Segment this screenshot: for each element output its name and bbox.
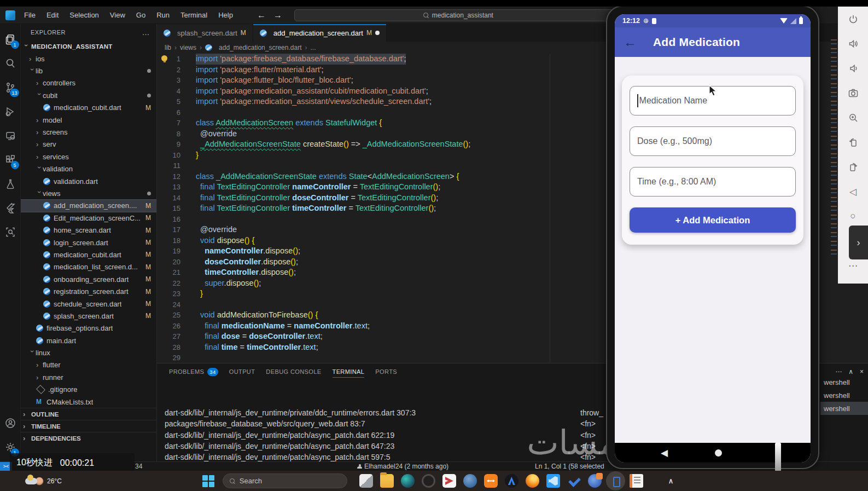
tree-item-validation[interactable]: ›validation bbox=[21, 163, 156, 175]
lightbulb-icon[interactable] bbox=[161, 55, 167, 61]
close-panel-icon[interactable]: × bbox=[860, 368, 864, 376]
tree-item-medication-cubit-dart[interactable]: medication_cubit.dartM bbox=[21, 249, 156, 261]
taskbar-app-xampp[interactable] bbox=[484, 474, 498, 488]
activity-testing[interactable] bbox=[0, 172, 21, 196]
menu-go[interactable]: Go bbox=[132, 9, 150, 21]
emulator-power-icon[interactable] bbox=[847, 13, 859, 25]
tree-item-flutter[interactable]: ›flutter bbox=[21, 359, 156, 371]
taskbar-app-file-explorer[interactable] bbox=[380, 474, 394, 488]
git-blame-item[interactable]: Elhamadel24 (2 months ago) bbox=[357, 463, 448, 470]
tree-item-cmakelists-txt[interactable]: MCMakeLists.txt bbox=[21, 396, 156, 408]
add-medication-button[interactable]: + Add Medication bbox=[630, 207, 796, 233]
start-button[interactable] bbox=[202, 475, 215, 488]
taskbar-overflow-chevron[interactable]: ∧ bbox=[668, 477, 674, 485]
activity-flutter[interactable] bbox=[0, 196, 21, 220]
taskbar-app-task-view[interactable] bbox=[359, 474, 373, 488]
taskbar-app-app-blue-a[interactable] bbox=[505, 474, 519, 488]
taskbar-app-browser-ring[interactable] bbox=[422, 474, 435, 488]
android-home-button[interactable] bbox=[715, 449, 722, 457]
input-time-field[interactable]: Time (e.g., 8:00 AM) bbox=[630, 167, 796, 197]
command-search-box[interactable]: medication_assistant bbox=[294, 9, 622, 21]
activity-source-control[interactable]: 13 bbox=[0, 76, 21, 100]
maximize-panel-icon[interactable]: ∧ bbox=[848, 368, 853, 376]
activity-explorer[interactable]: 1 bbox=[0, 27, 21, 51]
emulator-rotate-right-icon[interactable] bbox=[847, 161, 859, 173]
more-actions-icon[interactable]: ⋯ bbox=[835, 368, 842, 376]
taskbar-app-postgresql[interactable] bbox=[463, 474, 477, 488]
menu-selection[interactable]: Selection bbox=[65, 9, 103, 21]
breadcrumb-segment[interactable]: views bbox=[180, 44, 196, 51]
breadcrumb-segment[interactable]: lib bbox=[165, 44, 171, 51]
menu-edit[interactable]: Edit bbox=[42, 9, 63, 21]
emulator-back-icon[interactable]: ◁ bbox=[847, 186, 859, 198]
shell-item-powershell[interactable]: wershell bbox=[820, 389, 868, 402]
tree-item-registration-screen-dart[interactable]: registration_screen.dartM bbox=[21, 285, 156, 297]
tree-item-ios[interactable]: ›ios bbox=[21, 53, 156, 65]
emulator-scrollbar[interactable] bbox=[775, 443, 781, 471]
tree-item-medication-list-screen-d-[interactable]: medication_list_screen.d...M bbox=[21, 261, 156, 273]
taskbar-app-vscode[interactable] bbox=[546, 474, 560, 488]
editor-tab-splash_screen.dart[interactable]: splash_screen.dartM bbox=[157, 24, 253, 42]
tree-item-controllers[interactable]: ›controllers bbox=[21, 77, 156, 89]
panel-tab-debug-console[interactable]: DEBUG CONSOLE bbox=[261, 363, 325, 380]
tree-item-serv[interactable]: ›serv bbox=[21, 138, 156, 151]
shell-item-powershell[interactable]: wershell bbox=[820, 376, 868, 389]
taskbar-app-firefox[interactable] bbox=[526, 474, 539, 488]
emulator-volume-up-icon[interactable] bbox=[847, 38, 859, 50]
breadcrumb-segment[interactable]: add_medication_screen.dart bbox=[219, 44, 301, 51]
emulator-zoom-icon[interactable] bbox=[847, 112, 859, 124]
tree-item-cubit[interactable]: ›cubit bbox=[21, 89, 156, 101]
problems-count[interactable]: 34 bbox=[135, 463, 142, 470]
emulator-home-icon[interactable]: ○ bbox=[847, 210, 859, 222]
menu-file[interactable]: File bbox=[20, 9, 40, 21]
tree-item-model[interactable]: ›model bbox=[21, 114, 156, 126]
nav-forward-button[interactable]: → bbox=[273, 10, 282, 20]
tree-item--gitignore[interactable]: .gitignore bbox=[21, 384, 156, 396]
panel-tab-ports[interactable]: PORTS bbox=[371, 363, 401, 380]
panel-expander-chevron[interactable]: › bbox=[849, 226, 868, 259]
tree-item-lib[interactable]: ›lib bbox=[21, 65, 156, 77]
emulator-volume-down-icon[interactable] bbox=[847, 62, 859, 74]
tree-item-onboarding-screen-dart[interactable]: onboarding_screen.dartM bbox=[21, 273, 156, 285]
menu-help[interactable]: Help bbox=[214, 9, 237, 21]
breadcrumb-segment[interactable]: ... bbox=[310, 44, 316, 51]
menu-terminal[interactable]: Terminal bbox=[176, 9, 212, 21]
sidebar-section-outline[interactable]: ›OUTLINE bbox=[21, 408, 156, 420]
taskbar-app-media-app[interactable] bbox=[588, 474, 602, 488]
taskbar-app-android-emulator[interactable] bbox=[609, 474, 622, 488]
taskbar-weather-widget[interactable]: 26°C bbox=[25, 477, 62, 486]
menu-view[interactable]: View bbox=[106, 9, 130, 21]
android-back-button[interactable]: ◀ bbox=[661, 447, 668, 459]
taskbar-app-notepad[interactable] bbox=[630, 474, 643, 488]
tree-item-linux[interactable]: ›linux bbox=[21, 346, 156, 359]
activity-run-debug[interactable] bbox=[0, 100, 21, 124]
panel-tab-output[interactable]: OUTPUT bbox=[225, 363, 260, 380]
tree-item-home-screan-dart[interactable]: home_screan.dartM bbox=[21, 224, 156, 236]
editor-tab-add_medication_screen.dart[interactable]: add_medication_screen.dartM bbox=[253, 24, 387, 42]
tree-item-edit-medication-screenc-[interactable]: Edit_medication_screenC...M bbox=[21, 212, 156, 224]
tree-item-firebase-options-dart[interactable]: firebase_options.dart bbox=[21, 322, 156, 334]
tree-item-add-medication-screen-[interactable]: add_medication_screen....M bbox=[21, 200, 156, 212]
taskbar-app-check-app[interactable] bbox=[567, 474, 581, 488]
tree-item-validation-dart[interactable]: validation.dart bbox=[21, 175, 156, 187]
tree-item-splash-screen-dart[interactable]: splash_screen.dartM bbox=[21, 310, 156, 322]
input-dose-field[interactable]: Dose (e.g., 500mg) bbox=[630, 126, 796, 156]
tree-root-medication-assistant[interactable]: › MEDICATION_ASSISTANT bbox=[21, 41, 156, 53]
taskbar-app-visual-studio[interactable] bbox=[442, 474, 456, 488]
activity-search[interactable] bbox=[0, 51, 21, 76]
panel-tab-terminal[interactable]: TERMINAL bbox=[328, 363, 369, 380]
tree-item-medication-cubit-dart[interactable]: medication_cubit.dartM bbox=[21, 102, 156, 114]
unsaved-dot-icon[interactable] bbox=[375, 31, 380, 35]
activity-accounts[interactable] bbox=[0, 411, 21, 435]
tree-item-screens[interactable]: ›screens bbox=[21, 126, 156, 138]
sidebar-section-timeline[interactable]: ›TIMELINE bbox=[21, 420, 156, 432]
shell-item-powershell[interactable]: wershell bbox=[820, 402, 868, 415]
taskbar-search[interactable]: Search bbox=[223, 473, 347, 488]
tree-item-schedule-screen-dart[interactable]: schedule_screen.dartM bbox=[21, 298, 156, 310]
activity-search-editor[interactable] bbox=[0, 220, 21, 244]
tree-item-login-screen-dart[interactable]: login_screen.dartM bbox=[21, 236, 156, 249]
back-arrow-icon[interactable]: ← bbox=[624, 34, 637, 50]
tree-item-services[interactable]: ›services bbox=[21, 151, 156, 163]
nav-back-button[interactable]: ← bbox=[257, 10, 266, 20]
emulator-camera-icon[interactable] bbox=[847, 87, 859, 99]
